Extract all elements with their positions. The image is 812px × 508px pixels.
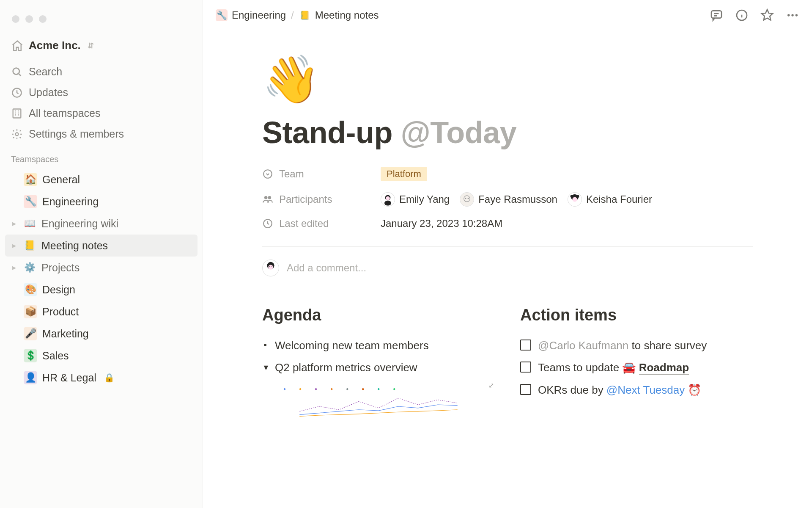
- info-icon[interactable]: [735, 8, 749, 22]
- books-icon: 📖: [23, 217, 36, 230]
- nav-label: All teamspaces: [29, 107, 101, 119]
- lock-icon: 🔒: [104, 373, 115, 383]
- chevron-right-icon[interactable]: ▸: [10, 219, 18, 228]
- todo-text: to share survey: [628, 339, 707, 352]
- star-icon[interactable]: [760, 8, 774, 22]
- teamspaces-section-label: Teamspaces: [5, 144, 198, 168]
- chart-lines: [262, 392, 495, 421]
- svg-point-22: [572, 197, 577, 202]
- page-link[interactable]: Roadmap: [639, 361, 689, 375]
- checkbox[interactable]: [520, 384, 531, 395]
- notebook-icon: 📒: [299, 9, 311, 21]
- window-traffic-lights: [5, 8, 198, 36]
- more-icon[interactable]: [786, 8, 799, 22]
- svg-point-7: [791, 14, 793, 16]
- date-mention[interactable]: @Next Tuesday: [606, 384, 685, 396]
- page-label: Engineering wiki: [41, 218, 118, 230]
- minimize-window-dot[interactable]: [25, 15, 33, 23]
- team-tag[interactable]: Platform: [381, 167, 427, 181]
- teamspace-product[interactable]: ▸ 📦 Product: [5, 301, 198, 323]
- select-icon: [262, 168, 273, 179]
- page-meeting-notes[interactable]: ▸ 📒 Meeting notes: [5, 235, 198, 257]
- add-comment[interactable]: Add a comment...: [262, 260, 753, 276]
- page-content: 👋 Stand-up @Today Team Platform: [203, 30, 812, 421]
- agenda-heading[interactable]: Agenda: [262, 306, 495, 324]
- checkbox[interactable]: [520, 362, 531, 373]
- chevron-up-down-icon: ⇵: [88, 41, 94, 50]
- breadcrumb: 🔧 Engineering / 📒 Meeting notes: [216, 9, 379, 21]
- chevron-right-icon[interactable]: ▸: [10, 263, 18, 272]
- agenda-item-toggle[interactable]: ▼ Q2 platform metrics overview: [262, 356, 495, 378]
- breadcrumb-separator: /: [291, 9, 294, 21]
- todo-text: Teams to update: [538, 361, 622, 374]
- agenda-text: Q2 platform metrics overview: [275, 360, 417, 375]
- todo-text: OKRs due by: [538, 384, 606, 396]
- svg-point-19: [468, 198, 469, 199]
- todo-item[interactable]: @Carlo Kaufmann to share survey: [520, 334, 753, 356]
- gear-icon: [11, 128, 23, 140]
- participant-keisha[interactable]: Keisha Fourier: [568, 192, 652, 207]
- workspace-name: Acme Inc.: [29, 39, 81, 52]
- page-engineering-wiki[interactable]: ▸ 📖 Engineering wiki: [5, 213, 198, 235]
- teamspace-design[interactable]: ▸ 🎨 Design: [5, 279, 198, 301]
- property-label: Participants: [279, 193, 332, 205]
- svg-point-9: [263, 170, 272, 178]
- svg-point-14: [386, 196, 390, 201]
- participant-emily[interactable]: Emily Yang: [381, 192, 450, 207]
- person-mention[interactable]: @Carlo Kaufmann: [538, 339, 628, 352]
- page-title[interactable]: Stand-up @Today: [262, 115, 753, 150]
- toggle-icon[interactable]: ▼: [262, 360, 268, 373]
- expand-icon[interactable]: ⤢: [488, 383, 495, 389]
- action-items-column: Action items @Carlo Kaufmann to share su…: [520, 306, 753, 421]
- page-emoji[interactable]: 👋: [262, 56, 753, 102]
- topbar: 🔧 Engineering / 📒 Meeting notes: [203, 0, 812, 30]
- teamspace-general[interactable]: ▸ 🏠 General: [5, 168, 198, 190]
- maximize-window-dot[interactable]: [39, 15, 47, 23]
- notebook-icon: 📒: [23, 239, 36, 252]
- participant-faye[interactable]: Faye Rasmusson: [460, 192, 557, 207]
- sidebar-all-teamspaces[interactable]: All teamspaces: [5, 103, 198, 124]
- property-participants[interactable]: Participants Emily Yang Faye Rasmusson: [262, 192, 753, 207]
- teamspace-sales[interactable]: ▸ 💲 Sales: [5, 345, 198, 367]
- teamspace-engineering[interactable]: ▸ 🔧 Engineering: [5, 190, 198, 213]
- svg-point-3: [16, 133, 19, 135]
- teamspace-marketing[interactable]: ▸ 🎤 Marketing: [5, 323, 198, 345]
- property-team[interactable]: Team Platform: [262, 167, 753, 181]
- comment-placeholder: Add a comment...: [287, 262, 366, 274]
- svg-point-24: [576, 195, 579, 198]
- chevron-right-icon[interactable]: ▸: [10, 241, 18, 250]
- comments-icon[interactable]: [710, 8, 723, 22]
- wrench-icon: 🔧: [216, 9, 228, 21]
- svg-point-29: [269, 266, 270, 267]
- workspace-switcher[interactable]: Acme Inc. ⇵: [5, 36, 198, 61]
- reminder-icon[interactable]: ⏰: [688, 384, 701, 396]
- page-properties: Team Platform Participants Emily Yan: [262, 167, 753, 229]
- agenda-item-bullet[interactable]: • Welcoming new team members: [262, 334, 495, 356]
- title-date-mention[interactable]: @Today: [401, 116, 516, 149]
- wrench-icon: 🔧: [24, 195, 37, 208]
- action-items-heading[interactable]: Action items: [520, 306, 753, 324]
- teamspace-hr-legal[interactable]: ▸ 👤 HR & Legal 🔒: [5, 367, 198, 389]
- svg-point-28: [268, 265, 273, 269]
- close-window-dot[interactable]: [12, 15, 19, 23]
- checkbox[interactable]: [520, 340, 531, 351]
- sidebar-updates[interactable]: Updates: [5, 82, 198, 103]
- chart-legend: [283, 387, 397, 391]
- microphone-icon: 🎤: [24, 327, 37, 340]
- property-last-edited[interactable]: Last edited January 23, 2023 10:28AM: [262, 218, 753, 229]
- page-projects[interactable]: ▸ ⚙️ Projects: [5, 257, 198, 279]
- participant-name: Faye Rasmusson: [478, 193, 557, 205]
- breadcrumb-engineering[interactable]: 🔧 Engineering: [216, 9, 286, 21]
- page-label: Meeting notes: [41, 240, 108, 252]
- todo-item[interactable]: Teams to update 🚘 Roadmap: [520, 356, 753, 378]
- page-label: Projects: [41, 262, 80, 274]
- svg-point-8: [796, 14, 798, 16]
- breadcrumb-meeting-notes[interactable]: 📒 Meeting notes: [299, 9, 379, 21]
- sidebar-search[interactable]: Search: [5, 61, 198, 82]
- embedded-chart[interactable]: ⤢: [262, 383, 495, 421]
- property-label: Team: [279, 168, 304, 180]
- todo-item[interactable]: OKRs due by @Next Tuesday ⏰: [520, 379, 753, 401]
- teamspace-label: Sales: [42, 350, 69, 362]
- svg-rect-4: [711, 11, 721, 18]
- sidebar-settings[interactable]: Settings & members: [5, 124, 198, 144]
